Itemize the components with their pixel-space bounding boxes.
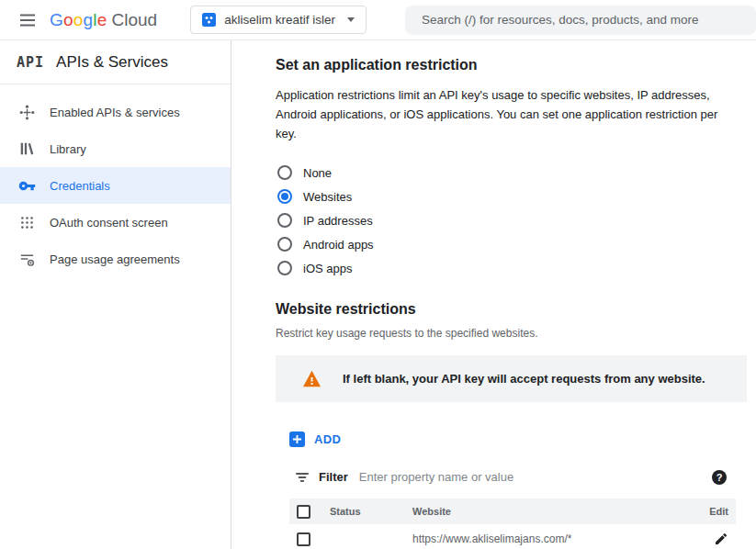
filter-icon xyxy=(295,470,310,485)
radio-icon xyxy=(277,261,292,275)
filter-label: Filter xyxy=(319,470,348,484)
websites-table: Filter ? Status Website Edit https://www… xyxy=(289,461,736,549)
sidebar-item-enabled-apis[interactable]: Enabled APIs & services xyxy=(0,94,231,130)
sidebar-item-library[interactable]: Library xyxy=(0,130,231,167)
radio-option[interactable]: IP addresses xyxy=(277,213,747,228)
radio-label: iOS apps xyxy=(303,262,352,275)
radio-icon xyxy=(277,237,292,252)
sidebar-item-oauth-consent[interactable]: OAuth consent screen xyxy=(0,204,231,241)
sidebar: API APIs & Services Enabled APIs & servi… xyxy=(0,40,231,549)
apis-services-icon: API xyxy=(17,54,44,71)
add-button[interactable]: ADD xyxy=(289,431,341,447)
radio-label: IP addresses xyxy=(303,214,373,228)
project-name: akliselim kreatif isler xyxy=(224,13,335,27)
key-icon xyxy=(17,176,36,195)
radio-option[interactable]: Android apps xyxy=(277,237,747,252)
sidebar-item-credentials[interactable]: Credentials xyxy=(0,167,231,204)
select-all-checkbox[interactable] xyxy=(297,505,310,519)
sidebar-item-label: Library xyxy=(50,142,86,156)
restriction-description: Application restrictions limit an API ke… xyxy=(276,85,739,143)
page-title: Set an application restriction xyxy=(276,57,747,73)
sidebar-nav: Enabled APIs & services Library Credenti… xyxy=(0,84,231,277)
website-column-header: Website xyxy=(412,506,695,517)
sidebar-item-label: Enabled APIs & services xyxy=(50,106,180,119)
radio-label: None xyxy=(303,166,332,180)
row-website-url: https://www.akliselimajans.com/* xyxy=(412,532,695,545)
menu-icon[interactable] xyxy=(9,2,46,39)
google-logo-word: Google xyxy=(50,10,107,30)
row-checkbox[interactable] xyxy=(297,532,310,546)
add-row: ADD xyxy=(289,431,747,448)
search-input[interactable] xyxy=(420,12,741,28)
search-bar[interactable] xyxy=(405,6,756,35)
filter-row: Filter ? xyxy=(289,461,736,495)
sidebar-title: APIs & Services xyxy=(56,53,168,72)
radio-icon xyxy=(277,213,292,228)
edit-column-header: Edit xyxy=(695,506,736,517)
warning-icon xyxy=(302,370,322,387)
radio-option[interactable]: Websites xyxy=(277,189,747,204)
project-icon xyxy=(202,13,216,27)
app-body: API APIs & Services Enabled APIs & servi… xyxy=(0,40,756,549)
website-restrictions-description: Restrict key usage requests to the speci… xyxy=(276,327,747,340)
sidebar-item-label: OAuth consent screen xyxy=(50,216,168,230)
warning-text: If left blank, your API key will accept … xyxy=(343,372,705,386)
topbar: Google Cloud akliselim kreatif isler xyxy=(0,0,756,40)
oauth-consent-icon xyxy=(17,213,36,231)
table-row: https://www.akliselimajans.com/* xyxy=(289,524,736,549)
plus-icon xyxy=(289,431,305,447)
google-cloud-logo[interactable]: Google Cloud xyxy=(50,10,157,30)
sidebar-item-page-usage-agreements[interactable]: Page usage agreements xyxy=(0,241,231,277)
radio-label: Android apps xyxy=(303,238,374,252)
radio-icon xyxy=(277,189,292,204)
radio-label: Websites xyxy=(303,190,352,204)
chevron-down-icon xyxy=(347,17,355,22)
main-content: Set an application restriction Applicati… xyxy=(231,40,756,549)
sidebar-header: API APIs & Services xyxy=(0,40,231,84)
website-restrictions-title: Website restrictions xyxy=(276,301,747,318)
status-column-header: Status xyxy=(330,506,412,517)
sidebar-item-label: Page usage agreements xyxy=(50,252,180,266)
add-button-label: ADD xyxy=(314,432,341,446)
library-icon xyxy=(17,140,36,158)
radio-option[interactable]: iOS apps xyxy=(277,261,747,275)
enabled-apis-icon xyxy=(17,103,36,121)
radio-icon xyxy=(277,165,292,180)
table-header: Status Website Edit xyxy=(289,499,736,524)
warning-banner: If left blank, your API key will accept … xyxy=(276,355,747,402)
application-restriction-radio-group: None Websites IP addresses Android apps … xyxy=(277,165,747,275)
cloud-logo-word: Cloud xyxy=(112,10,158,30)
sidebar-item-label: Credentials xyxy=(50,179,110,193)
edit-pencil-icon[interactable] xyxy=(714,532,728,546)
help-icon[interactable]: ? xyxy=(712,470,727,485)
page-usage-agreements-icon xyxy=(17,250,36,268)
filter-input[interactable] xyxy=(357,469,703,485)
project-selector[interactable]: akliselim kreatif isler xyxy=(190,6,367,34)
radio-option[interactable]: None xyxy=(277,165,747,180)
